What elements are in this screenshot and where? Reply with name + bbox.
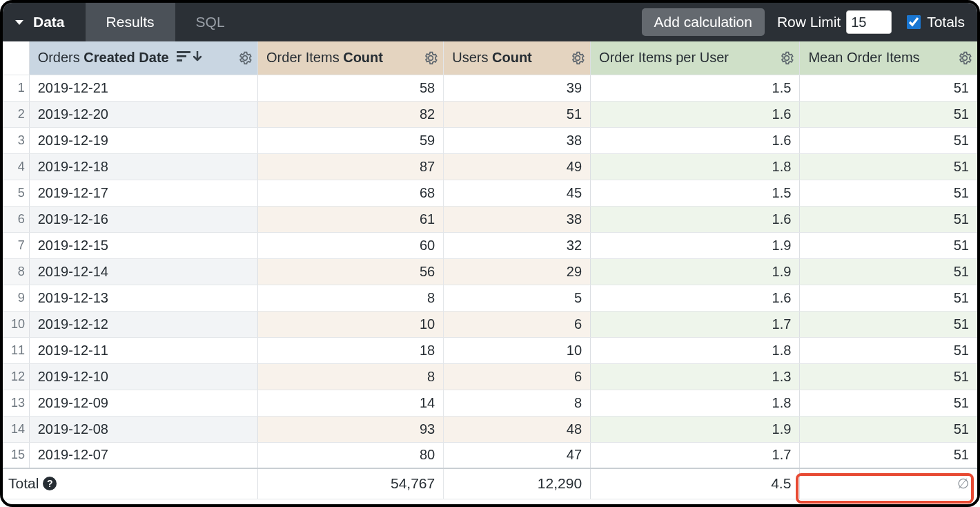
cell-date[interactable]: 2019-12-12 bbox=[29, 311, 257, 337]
cell-users-count[interactable]: 10 bbox=[444, 337, 591, 363]
cell-date[interactable]: 2019-12-11 bbox=[29, 337, 257, 363]
cell-mean-order-items[interactable]: 51 bbox=[800, 180, 977, 206]
cell-order-items-count[interactable]: 8 bbox=[258, 285, 444, 311]
cell-mean-order-items[interactable]: 51 bbox=[800, 153, 977, 180]
cell-date[interactable]: 2019-12-19 bbox=[29, 127, 257, 153]
row-limit-input[interactable] bbox=[846, 10, 892, 34]
cell-date[interactable]: 2019-12-17 bbox=[29, 180, 257, 206]
cell-users-count[interactable]: 6 bbox=[444, 311, 591, 337]
cell-users-count[interactable]: 32 bbox=[444, 232, 591, 258]
cell-date[interactable]: 2019-12-10 bbox=[29, 363, 257, 390]
cell-users-count[interactable]: 51 bbox=[444, 101, 591, 127]
cell-order-items-per-user[interactable]: 1.6 bbox=[591, 206, 800, 232]
table-row[interactable]: 12019-12-2158391.551 bbox=[3, 75, 977, 101]
cell-order-items-per-user[interactable]: 1.7 bbox=[591, 311, 800, 337]
cell-mean-order-items[interactable]: 51 bbox=[800, 101, 977, 127]
cell-date[interactable]: 2019-12-09 bbox=[29, 390, 257, 416]
gear-icon[interactable] bbox=[780, 51, 794, 65]
table-row[interactable]: 22019-12-2082511.651 bbox=[3, 101, 977, 127]
table-row[interactable]: 102019-12-121061.751 bbox=[3, 311, 977, 337]
header-users-count[interactable]: Users Count bbox=[444, 41, 591, 75]
add-calculation-button[interactable]: Add calculation bbox=[642, 8, 765, 36]
cell-users-count[interactable]: 48 bbox=[444, 416, 591, 442]
cell-mean-order-items[interactable]: 51 bbox=[800, 285, 977, 311]
table-row[interactable]: 152019-12-0780471.751 bbox=[3, 442, 977, 468]
cell-order-items-count[interactable]: 18 bbox=[258, 337, 444, 363]
cell-mean-order-items[interactable]: 51 bbox=[800, 311, 977, 337]
cell-mean-order-items[interactable]: 51 bbox=[800, 416, 977, 442]
cell-order-items-count[interactable]: 60 bbox=[258, 232, 444, 258]
table-row[interactable]: 72019-12-1560321.951 bbox=[3, 232, 977, 258]
cell-order-items-per-user[interactable]: 1.8 bbox=[591, 390, 800, 416]
cell-users-count[interactable]: 5 bbox=[444, 285, 591, 311]
cell-users-count[interactable]: 39 bbox=[444, 75, 591, 101]
cell-mean-order-items[interactable]: 51 bbox=[800, 363, 977, 390]
cell-users-count[interactable]: 49 bbox=[444, 153, 591, 180]
cell-order-items-per-user[interactable]: 1.6 bbox=[591, 127, 800, 153]
cell-mean-order-items[interactable]: 51 bbox=[800, 75, 977, 101]
cell-order-items-count[interactable]: 68 bbox=[258, 180, 444, 206]
cell-order-items-per-user[interactable]: 1.5 bbox=[591, 180, 800, 206]
table-row[interactable]: 42019-12-1887491.851 bbox=[3, 153, 977, 180]
cell-users-count[interactable]: 29 bbox=[444, 258, 591, 285]
table-row[interactable]: 32019-12-1959381.651 bbox=[3, 127, 977, 153]
header-order-items-per-user[interactable]: Order Items per User bbox=[591, 41, 800, 75]
gear-icon[interactable] bbox=[238, 51, 252, 65]
cell-order-items-count[interactable]: 10 bbox=[258, 311, 444, 337]
cell-mean-order-items[interactable]: 51 bbox=[800, 258, 977, 285]
cell-order-items-count[interactable]: 82 bbox=[258, 101, 444, 127]
cell-mean-order-items[interactable]: 51 bbox=[800, 390, 977, 416]
cell-order-items-count[interactable]: 93 bbox=[258, 416, 444, 442]
cell-date[interactable]: 2019-12-13 bbox=[29, 285, 257, 311]
cell-users-count[interactable]: 47 bbox=[444, 442, 591, 468]
gear-icon[interactable] bbox=[571, 51, 585, 65]
cell-date[interactable]: 2019-12-14 bbox=[29, 258, 257, 285]
cell-order-items-per-user[interactable]: 1.7 bbox=[591, 442, 800, 468]
table-row[interactable]: 132019-12-091481.851 bbox=[3, 390, 977, 416]
cell-users-count[interactable]: 8 bbox=[444, 390, 591, 416]
cell-mean-order-items[interactable]: 51 bbox=[800, 337, 977, 363]
cell-order-items-count[interactable]: 80 bbox=[258, 442, 444, 468]
table-row[interactable]: 142019-12-0893481.951 bbox=[3, 416, 977, 442]
cell-mean-order-items[interactable]: 51 bbox=[800, 127, 977, 153]
header-order-items-count[interactable]: Order Items Count bbox=[258, 41, 444, 75]
cell-order-items-per-user[interactable]: 1.8 bbox=[591, 153, 800, 180]
table-row[interactable]: 82019-12-1456291.951 bbox=[3, 258, 977, 285]
cell-mean-order-items[interactable]: 51 bbox=[800, 206, 977, 232]
help-icon[interactable]: ? bbox=[43, 477, 57, 490]
cell-mean-order-items[interactable]: 51 bbox=[800, 232, 977, 258]
table-row[interactable]: 52019-12-1768451.551 bbox=[3, 180, 977, 206]
cell-order-items-count[interactable]: 8 bbox=[258, 363, 444, 390]
cell-order-items-count[interactable]: 59 bbox=[258, 127, 444, 153]
cell-order-items-per-user[interactable]: 1.5 bbox=[591, 75, 800, 101]
cell-users-count[interactable]: 6 bbox=[444, 363, 591, 390]
cell-date[interactable]: 2019-12-21 bbox=[29, 75, 257, 101]
tab-data[interactable]: Data bbox=[3, 3, 86, 41]
cell-order-items-count[interactable]: 87 bbox=[258, 153, 444, 180]
cell-order-items-per-user[interactable]: 1.9 bbox=[591, 258, 800, 285]
table-row[interactable]: 62019-12-1661381.651 bbox=[3, 206, 977, 232]
cell-order-items-count[interactable]: 14 bbox=[258, 390, 444, 416]
results-grid[interactable]: Orders Created Date Order Items Count Us… bbox=[3, 41, 977, 504]
cell-users-count[interactable]: 38 bbox=[444, 206, 591, 232]
cell-order-items-per-user[interactable]: 1.3 bbox=[591, 363, 800, 390]
cell-order-items-per-user[interactable]: 1.6 bbox=[591, 101, 800, 127]
cell-order-items-count[interactable]: 56 bbox=[258, 258, 444, 285]
cell-date[interactable]: 2019-12-15 bbox=[29, 232, 257, 258]
cell-order-items-count[interactable]: 61 bbox=[258, 206, 444, 232]
cell-order-items-per-user[interactable]: 1.9 bbox=[591, 416, 800, 442]
cell-date[interactable]: 2019-12-18 bbox=[29, 153, 257, 180]
totals-checkbox[interactable] bbox=[907, 15, 921, 29]
header-mean-order-items[interactable]: Mean Order Items bbox=[800, 41, 977, 75]
header-created-date[interactable]: Orders Created Date bbox=[29, 41, 257, 75]
cell-mean-order-items[interactable]: 51 bbox=[800, 442, 977, 468]
cell-date[interactable]: 2019-12-08 bbox=[29, 416, 257, 442]
gear-icon[interactable] bbox=[958, 51, 972, 65]
totals-label[interactable]: Totals bbox=[927, 14, 965, 30]
table-row[interactable]: 112019-12-1118101.851 bbox=[3, 337, 977, 363]
cell-order-items-per-user[interactable]: 1.8 bbox=[591, 337, 800, 363]
tab-results[interactable]: Results bbox=[86, 3, 175, 41]
table-row[interactable]: 92019-12-13851.651 bbox=[3, 285, 977, 311]
cell-users-count[interactable]: 38 bbox=[444, 127, 591, 153]
cell-date[interactable]: 2019-12-16 bbox=[29, 206, 257, 232]
